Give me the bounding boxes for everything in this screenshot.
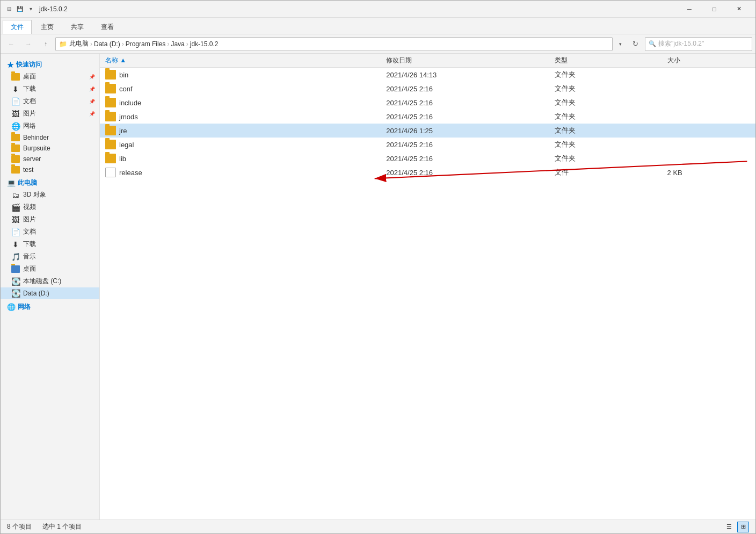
file-name: bin [119, 71, 128, 79]
file-date: 2021/4/25 2:16 [381, 96, 549, 110]
this-pc-icon: 💻 [7, 179, 16, 187]
file-size [662, 96, 755, 110]
file-date: 2021/4/25 2:16 [381, 151, 549, 165]
file-date: 2021/4/25 2:16 [381, 110, 549, 124]
sidebar-item-drive-d[interactable]: 💽 Data (D:) [1, 287, 99, 299]
sidebar-item-pictures-pc[interactable]: 🖼 图片 [1, 213, 99, 226]
minimize-button[interactable]: ─ [677, 1, 702, 18]
file-type: 文件夹 [549, 68, 662, 82]
sidebar-item-label: 桌面 [23, 72, 36, 81]
sidebar-item-music[interactable]: 🎵 音乐 [1, 250, 99, 263]
sidebar-item-pictures-quick[interactable]: 🖼 图片 📌 [1, 107, 99, 120]
col-header-name[interactable]: 名称 ▲ [100, 54, 381, 68]
sidebar-item-download-pc[interactable]: ⬇ 下载 [1, 238, 99, 250]
folder-icon [105, 126, 116, 135]
file-name-cell: jmods [100, 110, 381, 124]
file-name-cell: include [100, 96, 381, 110]
window-menu-icon[interactable]: ⊟ [5, 5, 13, 13]
sidebar-item-label: 图片 [23, 109, 36, 118]
table-row[interactable]: bin2021/4/26 14:13文件夹 [100, 68, 755, 82]
view-details-button[interactable]: ☰ [723, 522, 735, 532]
folder-icon [105, 84, 116, 93]
tab-share[interactable]: 共享 [63, 20, 92, 34]
forward-button[interactable]: → [21, 37, 36, 51]
sidebar-item-server[interactable]: server [1, 154, 99, 164]
breadcrumb-java: Java [171, 40, 184, 48]
table-row[interactable]: jmods2021/4/25 2:16文件夹 [100, 110, 755, 124]
quick-access-toolbar-save[interactable]: 💾 [16, 5, 24, 13]
sidebar-item-label: 图片 [23, 215, 36, 224]
content-area: 名称 ▲ 修改日期 类型 大小 bin2021/4/26 1 [100, 54, 755, 519]
table-row[interactable]: lib2021/4/25 2:16文件夹 [100, 151, 755, 165]
file-table: 名称 ▲ 修改日期 类型 大小 bin2021/4/26 1 [100, 54, 755, 179]
table-row[interactable]: jre2021/4/26 1:25文件夹 [100, 124, 755, 138]
file-size [662, 151, 755, 165]
file-name-cell: bin [100, 68, 381, 82]
address-dropdown-icon[interactable]: ▾ [615, 37, 626, 51]
file-name: legal [119, 141, 134, 149]
tab-file[interactable]: 文件 [3, 20, 32, 34]
docs-pc-icon: 📄 [11, 228, 20, 236]
address-box[interactable]: 📁 此电脑 › Data (D:) › Program Files › Java… [55, 37, 613, 51]
sidebar-item-docs-quick[interactable]: 📄 文档 📌 [1, 95, 99, 107]
back-button[interactable]: ← [4, 37, 19, 51]
folder-icon [105, 112, 116, 121]
this-pc-label: 此电脑 [18, 178, 37, 187]
sidebar-item-label: 本地磁盘 (C:) [23, 277, 61, 286]
col-header-type[interactable]: 类型 [549, 54, 662, 68]
sidebar-item-drive-c[interactable]: 💽 本地磁盘 (C:) [1, 275, 99, 287]
up-button[interactable]: ↑ [38, 37, 53, 51]
sidebar-item-desktop-quick[interactable]: 桌面 📌 [1, 70, 99, 83]
table-row[interactable]: include2021/4/25 2:16文件夹 [100, 96, 755, 110]
ribbon-tabs: 文件 主页 共享 查看 [1, 18, 755, 34]
file-icon [105, 168, 116, 177]
sidebar-item-video[interactable]: 🎬 视频 [1, 201, 99, 213]
tab-home[interactable]: 主页 [33, 20, 62, 34]
refresh-button[interactable]: ↻ [628, 37, 643, 51]
sidebar-item-label: 桌面 [23, 264, 36, 273]
col-header-size[interactable]: 大小 [662, 54, 755, 68]
sidebar-network-title: 🌐 网络 [1, 299, 99, 313]
sidebar-item-label: 文档 [23, 97, 36, 106]
file-type: 文件夹 [549, 151, 662, 165]
table-row[interactable]: release2021/4/25 2:16文件2 KB [100, 165, 755, 179]
folder-icon [11, 73, 20, 81]
pictures-pc-icon: 🖼 [11, 215, 20, 224]
sidebar-item-download-quick[interactable]: ⬇ 下载 📌 [1, 83, 99, 95]
sidebar-item-label: 3D 对象 [23, 190, 46, 199]
view-list-button[interactable]: ⊞ [737, 522, 749, 532]
search-box[interactable]: 🔍 搜索"jdk-15.0.2" [645, 37, 752, 51]
sidebar-item-label: Burpsuite [23, 145, 50, 152]
file-type: 文件夹 [549, 124, 662, 138]
title-bar-icons: ⊟ 💾 ▾ [5, 5, 35, 13]
file-name-cell: conf [100, 82, 381, 96]
sidebar-quick-access-title: ★ 快速访问 [1, 57, 99, 70]
window: ⊟ 💾 ▾ jdk-15.0.2 ─ □ ✕ 文件 主页 共享 查看 ← → ↑… [0, 0, 756, 534]
sidebar-item-3d[interactable]: 🗂 3D 对象 [1, 189, 99, 201]
sidebar-item-label: 下载 [23, 240, 36, 249]
file-date: 2021/4/26 14:13 [381, 68, 549, 82]
sidebar-item-behinder[interactable]: Behinder [1, 132, 99, 143]
sidebar-item-test[interactable]: test [1, 164, 99, 175]
table-row[interactable]: legal2021/4/25 2:16文件夹 [100, 138, 755, 151]
breadcrumb-thispc: 此电脑 [69, 39, 89, 48]
address-bar-row: ← → ↑ 📁 此电脑 › Data (D:) › Program Files … [1, 34, 755, 54]
col-header-date[interactable]: 修改日期 [381, 54, 549, 68]
file-size [662, 138, 755, 151]
sidebar-item-desktop-pc[interactable]: 桌面 [1, 263, 99, 275]
breadcrumb-data: Data (D:) [94, 40, 120, 48]
breadcrumb-programfiles: Program Files [126, 40, 166, 48]
quick-access-toolbar-arrow[interactable]: ▾ [26, 5, 35, 13]
close-button[interactable]: ✕ [726, 1, 751, 18]
sidebar-item-docs-pc[interactable]: 📄 文档 [1, 226, 99, 238]
file-name: lib [119, 155, 126, 163]
file-type: 文件夹 [549, 138, 662, 151]
sidebar-item-network-quick[interactable]: 🌐 网络 [1, 120, 99, 132]
table-row[interactable]: conf2021/4/25 2:16文件夹 [100, 82, 755, 96]
tab-view[interactable]: 查看 [93, 20, 122, 34]
maximize-button[interactable]: □ [702, 1, 726, 18]
network-label: 网络 [18, 302, 31, 312]
sidebar-item-burpsuite[interactable]: Burpsuite [1, 143, 99, 154]
file-size [662, 110, 755, 124]
file-type: 文件 [549, 165, 662, 179]
